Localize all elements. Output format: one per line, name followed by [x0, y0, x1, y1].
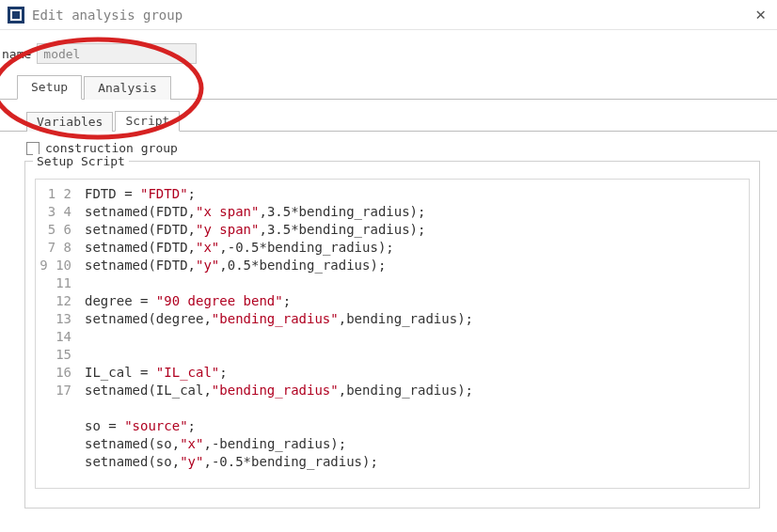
subtab-variables-label: Variables — [37, 115, 103, 129]
titlebar: Edit analysis group ✕ — [0, 0, 777, 30]
svg-rect-0 — [8, 7, 24, 23]
setup-script-group: Setup Script 1 2 3 4 5 6 7 8 9 10 11 12 … — [24, 161, 760, 509]
name-input[interactable] — [37, 43, 197, 64]
code-editor[interactable]: 1 2 3 4 5 6 7 8 9 10 11 12 13 14 15 16 1… — [35, 179, 750, 489]
code-content[interactable]: FDTD = "FDTD"; setnamed(FDTD,"x span",3.… — [81, 180, 473, 488]
subtab-variables[interactable]: Variables — [26, 112, 113, 132]
close-icon[interactable]: ✕ — [755, 4, 766, 23]
app-icon — [8, 7, 24, 23]
setup-script-legend: Setup Script — [33, 154, 129, 168]
subtab-script[interactable]: Script — [115, 111, 180, 132]
subtab-script-label: Script — [125, 114, 169, 128]
main-tabs: Setup Analysis — [0, 73, 777, 100]
tab-analysis-label: Analysis — [98, 81, 157, 95]
sub-tabs: Variables Script — [0, 109, 777, 132]
construction-group-checkbox[interactable] — [26, 142, 40, 155]
window-title: Edit analysis group — [32, 8, 182, 23]
tab-analysis[interactable]: Analysis — [84, 76, 171, 100]
name-label: name — [2, 47, 31, 61]
tab-setup-label: Setup — [31, 80, 68, 94]
construction-group-label: construction group — [45, 141, 178, 155]
tab-setup[interactable]: Setup — [17, 75, 82, 100]
code-gutter: 1 2 3 4 5 6 7 8 9 10 11 12 13 14 15 16 1… — [36, 180, 81, 488]
name-row: name — [0, 30, 777, 73]
